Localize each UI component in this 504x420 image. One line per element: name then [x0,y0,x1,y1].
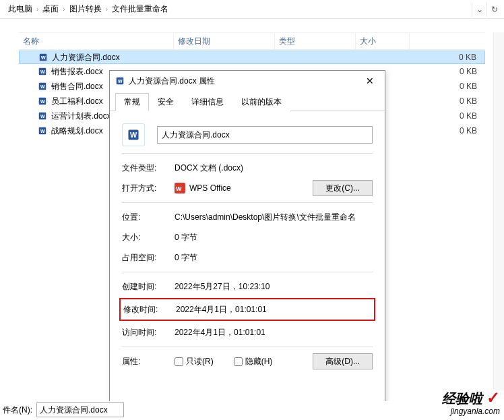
svg-text:W: W [40,69,45,74]
tab-previous-versions[interactable]: 以前的版本 [232,93,290,111]
label-size-on-disk: 占用空间: [122,252,175,264]
divider [122,153,373,154]
change-button[interactable]: 更改(C)... [313,180,373,196]
properties-dialog: W 人力资源合同.docx 属性 ✕ 常规 安全 详细信息 以前的版本 W 文件… [109,70,385,407]
value-created: 2022年5月27日，10:23:10 [175,281,373,293]
chevron-right-icon: › [63,5,65,13]
close-icon: ✕ [366,76,374,86]
hidden-checkbox[interactable]: 隐藏(H) [234,356,273,367]
filename-input[interactable] [157,126,373,144]
label-location: 位置: [122,212,175,223]
word-doc-icon: W [38,67,47,76]
svg-text:W: W [40,84,45,89]
wps-office-icon: W [175,183,185,193]
address-bar: 此电脑 › 桌面 › 图片转换 › 文件批量重命名 ⌄ ↻ [0,0,504,19]
advanced-button[interactable]: 高级(D)... [313,353,373,369]
readonly-checkbox[interactable]: 只读(R) [175,356,214,367]
svg-text:W: W [176,185,182,192]
value-size: 0 字节 [175,232,373,243]
column-headers: 名称 修改日期 类型 大小 [19,32,485,50]
hidden-label: 隐藏(H) [245,356,273,367]
toolbar-spacer [0,19,504,32]
file-row[interactable]: W 人力资源合同.docx 0 KB [19,51,485,64]
label-openwith: 打开方式: [122,183,175,194]
tab-security[interactable]: 安全 [149,93,183,111]
tab-details[interactable]: 详细信息 [183,93,232,111]
tab-general[interactable]: 常规 [115,93,149,111]
readonly-checkbox-input[interactable] [175,357,183,366]
file-name: 销售报表.docx [51,66,103,78]
dialog-body: W 文件类型: DOCX 文档 (.docx) 打开方式: W WPS Offi… [110,111,385,407]
value-size-on-disk: 0 字节 [175,252,373,264]
value-modified: 2022年4月1日，01:01:01 [176,304,371,316]
label-created: 创建时间: [122,281,175,293]
svg-text:W: W [40,99,45,104]
file-size: 0 KB [431,67,485,76]
hidden-checkbox-input[interactable] [234,357,243,366]
svg-text:W: W [40,129,45,133]
column-header-type[interactable]: 类型 [275,33,356,49]
refresh-icon: ↻ [491,5,498,14]
breadcrumb-item[interactable]: 文件批量重命名 [111,3,170,15]
breadcrumb-item[interactable]: 图片转换 [68,3,103,15]
word-doc-icon: W [38,96,47,106]
word-doc-icon: W [38,126,47,136]
file-size: 0 KB [431,111,485,121]
divider [122,202,373,203]
file-size: 0 KB [431,53,484,62]
value-accessed: 2022年4月1日，01:01:01 [175,327,373,338]
breadcrumb[interactable]: 此电脑 › 桌面 › 图片转换 › 文件批量重命名 [3,2,472,17]
file-name: 人力资源合同.docx [52,52,120,63]
filename-label: 件名(N): [3,404,32,416]
svg-text:W: W [130,131,137,139]
label-size: 大小: [122,232,175,243]
svg-text:W: W [118,79,123,84]
breadcrumb-item[interactable]: 此电脑 [7,3,34,15]
file-name: 运营计划表.docx [51,111,111,122]
scrollbar[interactable] [493,32,504,390]
column-header-size[interactable]: 大小 [356,33,410,49]
label-accessed: 访问时间: [122,327,175,338]
label-attributes: 属性: [122,356,175,367]
word-doc-icon: W [38,111,47,121]
word-doc-icon: W [38,82,47,91]
label-filetype: 文件类型: [122,162,175,174]
refresh-button[interactable]: ↻ [486,2,501,17]
value-location: C:\Users\admin\Desktop\图片转换\文件批量重命名 [175,212,373,223]
word-doc-icon: W [38,53,48,62]
file-name: 销售合同.docx [51,81,103,92]
breadcrumb-item[interactable]: 桌面 [41,3,60,15]
svg-text:W: W [40,114,45,119]
file-size: 0 KB [431,126,485,136]
chevron-right-icon: › [106,5,108,13]
label-modified: 修改时间: [123,304,176,316]
dialog-titlebar[interactable]: W 人力资源合同.docx 属性 ✕ [110,71,385,91]
svg-text:W: W [41,55,46,60]
column-header-date[interactable]: 修改日期 [174,33,275,49]
value-filetype: DOCX 文档 (.docx) [175,162,373,174]
tab-strip: 常规 安全 详细信息 以前的版本 [110,91,385,111]
file-size: 0 KB [431,96,485,106]
value-openwith: WPS Office [189,183,231,193]
file-size: 0 KB [431,82,485,91]
readonly-label: 只读(R) [186,356,214,367]
dialog-title: 人力资源合同.docx 属性 [129,76,356,87]
highlight-annotation: 修改时间: 2022年4月1日，01:01:01 [119,298,375,321]
chevron-down-icon: ⌄ [476,5,483,14]
file-name: 战略规划.docx [51,125,103,137]
filename-field[interactable] [36,402,124,417]
chevron-right-icon: › [36,5,38,13]
close-button[interactable]: ✕ [356,71,383,90]
column-header-name[interactable]: 名称 [19,33,174,49]
divider [122,272,373,272]
word-doc-icon: W [115,76,125,86]
file-name: 员工福利.docx [51,96,103,107]
file-type-icon: W [122,123,145,146]
filename-bar: 件名(N): [0,401,504,419]
history-dropdown-button[interactable]: ⌄ [472,2,486,17]
divider [122,347,373,347]
